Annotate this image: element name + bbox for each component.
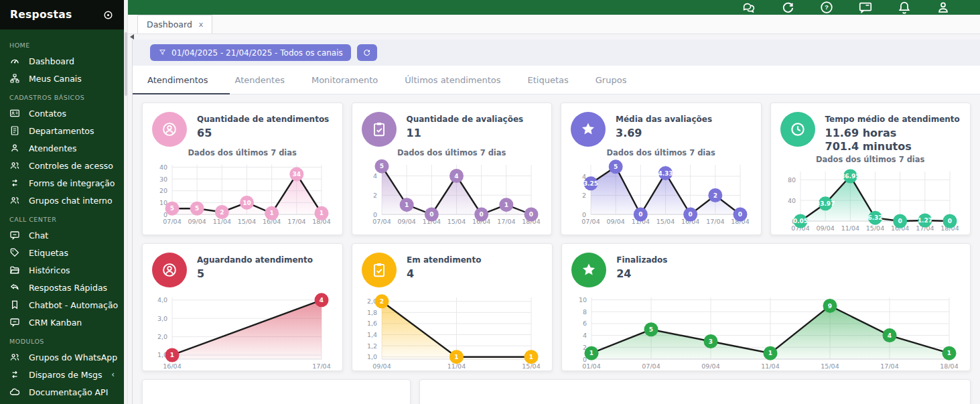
sidebar-item-controles-de-acesso[interactable]: Controles de acesso: [0, 157, 124, 174]
sidebar-item-etiquetas[interactable]: Etiquetas: [0, 244, 124, 261]
clipboard-check-icon-circle: [362, 253, 397, 287]
card-header: Finalizados 24: [571, 253, 961, 287]
chevron-left-icon: ‹: [111, 370, 115, 379]
svg-text:4,0: 4,0: [157, 296, 167, 304]
card-header: Aguardando atendimento 5: [152, 253, 333, 287]
sidebar-item-dashboard[interactable]: Dashboard: [0, 52, 124, 70]
svg-text:1,8: 1,8: [367, 309, 377, 316]
svg-text:09/04: 09/04: [372, 362, 391, 370]
sidebar-item-atendentes[interactable]: Atendentes: [0, 139, 124, 157]
svg-text:5: 5: [614, 163, 618, 170]
svg-text:01/04: 01/04: [583, 362, 601, 370]
sidebar-item-crm-kanban[interactable]: CRM Kanban: [0, 314, 124, 331]
sidebar-item-documentacao-api[interactable]: Documentação API: [0, 383, 124, 401]
sidebar-item-meus-canais[interactable]: Meus Canais: [0, 70, 124, 87]
sidebar-item-grupos-chat-interno[interactable]: Grupos chat interno: [0, 192, 124, 209]
sidebar-item-forms-de-integracao[interactable]: Forms de integração‹: [0, 174, 124, 192]
svg-text:07/04: 07/04: [163, 218, 181, 225]
card-texts: Finalizados 24: [616, 253, 667, 281]
sidebar-item-respostas-rapidas[interactable]: Respostas Rápidas: [0, 279, 124, 296]
card-subtitle: Dados dos últimos 7 dias: [780, 155, 961, 164]
svg-text:1,2: 1,2: [367, 342, 377, 350]
cards-row-2: Aguardando atendimento 5 1,02,03,04,016/…: [142, 243, 971, 371]
sidebar-item-label: Disparos de Msgs: [29, 370, 102, 380]
sidebar-item-disparos-de-msgs[interactable]: Disparos de Msgs‹: [0, 366, 124, 383]
contact-card-icon: [9, 108, 20, 119]
sidebar-item-departamentos[interactable]: Departamentos: [0, 122, 124, 139]
topbar-bell-icon-button[interactable]: [897, 0, 912, 15]
topbar-help-icon-button[interactable]: ?: [819, 0, 834, 15]
sidebar-item-grupos-do-whatsapp[interactable]: Grupos do WhatsApp‹: [0, 348, 124, 366]
svg-text:4: 4: [320, 297, 324, 304]
chats-icon: [742, 0, 756, 15]
sidebar-item-label: Documentação API: [29, 387, 108, 397]
refresh-icon: [362, 48, 371, 57]
svg-text:17/04: 17/04: [312, 362, 330, 370]
caret-left-icon[interactable]: [130, 34, 134, 40]
section-label-call-center: CALL CENTER: [0, 209, 124, 226]
topbar-refresh-icon-button[interactable]: [780, 0, 795, 15]
topbar-chats-icon-button[interactable]: [742, 0, 756, 15]
target-icon: [102, 9, 114, 21]
svg-text:07/04: 07/04: [581, 218, 600, 225]
svg-text:1: 1: [170, 352, 174, 358]
scrollbar-thumb[interactable]: [125, 32, 127, 96]
cards-row-1: Quantidade de atendimentos 65 Dados dos …: [142, 103, 971, 235]
sidebar-item-historicos[interactable]: Históricos: [0, 261, 124, 279]
filter-reload-button[interactable]: [357, 44, 377, 61]
svg-text:0: 0: [689, 211, 693, 218]
svg-text:3: 3: [709, 338, 713, 345]
tab-atendentes[interactable]: Atendentes: [235, 66, 285, 94]
card-header: Tempo médio de atendimento 11.69 horas 7…: [780, 112, 961, 153]
target-icon[interactable]: [102, 9, 114, 21]
card-subtitle: Dados dos últimos 7 dias: [571, 148, 752, 157]
close-icon[interactable]: x: [199, 20, 204, 29]
card-value: 24: [616, 267, 667, 281]
svg-text:2: 2: [582, 192, 586, 199]
partial-card: [142, 379, 411, 404]
chat-icon: [9, 230, 20, 241]
tag-icon: [9, 247, 20, 258]
topbar-user-icon-button[interactable]: [936, 0, 951, 15]
funnel-icon: [158, 48, 167, 57]
sidebar-item-label: Chatbot - Automação: [29, 300, 118, 310]
svg-text:4: 4: [372, 172, 376, 180]
sidebar-item-label: Chat: [29, 230, 48, 241]
topbar-message-icon-button[interactable]: [858, 0, 873, 15]
card-em-atendimento: Em atendimento 4 1,01,21,41,61,82,009/04…: [352, 243, 553, 371]
chart-quantidade-de-avaliacoes: 02407/0409/0411/0415/0416/0417/0418/0451…: [362, 157, 543, 226]
sidebar-item-label: Atendentes: [29, 143, 77, 153]
svg-text:09/04: 09/04: [702, 362, 720, 370]
svg-text:4: 4: [583, 332, 587, 339]
tab-etiquetas[interactable]: Etiquetas: [528, 66, 569, 94]
sidebar-item-chat[interactable]: Chat: [0, 226, 124, 244]
sidebar-item-chatbot-automacao[interactable]: Chatbot - Automação: [0, 296, 124, 314]
svg-text:07/04: 07/04: [642, 362, 660, 370]
date-channel-filter-button[interactable]: 01/04/2025 - 21/04/2025 - Todos os canai…: [150, 44, 351, 61]
sidebar-item-label: Contatos: [29, 109, 66, 119]
sidebar-scrollbar[interactable]: [124, 0, 128, 404]
sidebar-item-contatos[interactable]: Contatos: [0, 105, 124, 122]
card-value: 5: [197, 267, 313, 281]
chart-tempo-medio-de-atendimento: 0408007/0409/0411/0415/0416/0417/0418/04…: [780, 164, 961, 232]
svg-text:2: 2: [713, 192, 717, 199]
tab-ultimos-atendimentos[interactable]: Últimos atendimentos: [405, 66, 500, 94]
clipboard-check-icon: [370, 121, 388, 138]
content-panel: 01/04/2025 - 21/04/2025 - Todos os canai…: [132, 40, 980, 404]
brand-title: Respostas: [10, 9, 72, 21]
card-texts: Quantidade de atendimentos 65: [197, 112, 329, 140]
svg-text:0: 0: [947, 218, 951, 224]
window-tab-strip: Dashboard x: [128, 15, 980, 34]
dashboard-icon: [9, 56, 20, 66]
svg-text:15/04: 15/04: [656, 218, 675, 225]
card-header: Quantidade de avaliações 11: [362, 112, 543, 147]
tab-atendimentos[interactable]: Atendimentos: [147, 66, 208, 94]
tab-grupos[interactable]: Grupos: [596, 66, 627, 94]
card-tempo-medio-de-atendimento: Tempo médio de atendimento 11.69 horas 7…: [770, 103, 971, 235]
clipboard-check-icon: [370, 261, 388, 279]
window-tab-dashboard[interactable]: Dashboard x: [137, 15, 212, 33]
window-tab-label: Dashboard: [147, 19, 192, 29]
svg-text:17/04: 17/04: [881, 362, 899, 370]
tab-monitoramento[interactable]: Monitoramento: [311, 66, 378, 94]
svg-text:1.27: 1.27: [917, 217, 932, 224]
